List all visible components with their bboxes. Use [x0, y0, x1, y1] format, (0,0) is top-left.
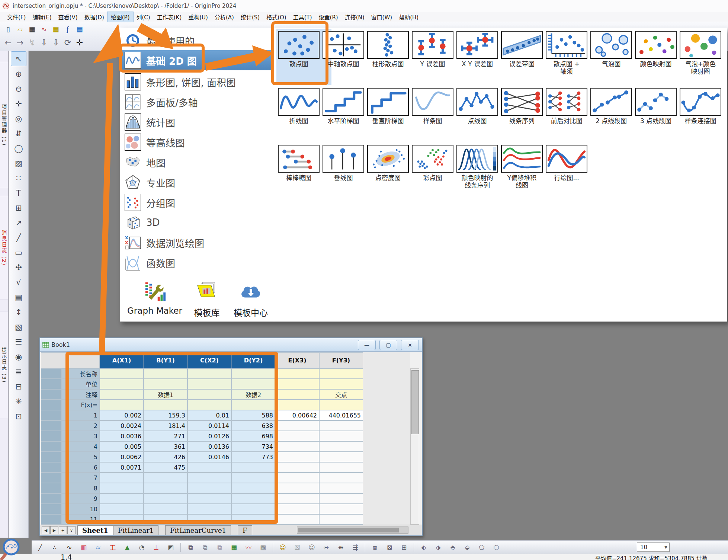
data-cell[interactable]	[100, 493, 144, 504]
row-number[interactable]: 9	[61, 493, 100, 504]
data-cell[interactable]	[187, 483, 231, 493]
row-gutter[interactable]	[41, 462, 61, 473]
row-number[interactable]: 11	[61, 514, 100, 525]
row-number[interactable]: 6	[61, 462, 100, 473]
label-cell[interactable]	[100, 368, 144, 379]
gallery-item-v-step[interactable]: 垂直阶梯图	[366, 88, 410, 125]
pointer-icon[interactable]: ↖	[11, 51, 26, 66]
area-plot-icon[interactable]: ▲	[122, 543, 132, 552]
column-header-E(X3)[interactable]: E(X3)	[275, 352, 319, 368]
gallery-item-segment-2pt[interactable]: 2 点线段图	[590, 88, 633, 125]
forward-icon[interactable]: →	[15, 37, 25, 48]
data-cell[interactable]: 361	[144, 441, 187, 452]
label-cell[interactable]	[100, 400, 144, 410]
row-gutter[interactable]	[41, 379, 61, 389]
gallery-item-scatter[interactable]: 散点图	[277, 31, 320, 68]
new-workbook-icon[interactable]: ▦	[27, 24, 37, 34]
rotate-3d-icon[interactable]: ▧	[11, 320, 26, 334]
align-tool-icon[interactable]: ☰	[11, 335, 26, 349]
row-gutter[interactable]	[41, 441, 61, 452]
row-number[interactable]: 5	[61, 452, 100, 462]
mask-range-icon[interactable]: ▨	[11, 156, 26, 170]
data-cell[interactable]	[144, 504, 187, 514]
data-cell[interactable]	[319, 504, 363, 514]
polar-plot-icon[interactable]: ◔	[137, 543, 147, 552]
row-number[interactable]: 3	[61, 431, 100, 441]
rescale-graph-icon[interactable]: ⟳	[62, 37, 73, 48]
row-gutter[interactable]	[41, 483, 61, 493]
smiley-gray-icon[interactable]: ☺	[307, 543, 317, 552]
data-cell[interactable]	[275, 504, 319, 514]
gallery-item-spline[interactable]: 样条图	[411, 88, 454, 125]
grid-x-tool-icon[interactable]: ⊠	[385, 543, 394, 552]
stack-lines-icon[interactable]: ≣	[11, 365, 26, 379]
gallery-item-line[interactable]: 折线图	[277, 88, 320, 125]
plot-menu-item-bar-pie-area[interactable]: 条形图, 饼图, 面积图	[120, 72, 274, 92]
menu-统计(S)[interactable]: 统计(S)	[237, 12, 263, 22]
menu-绘图(P)[interactable]: 绘图(P)	[108, 12, 133, 22]
row-label-F(x)=[interactable]: F(x)=	[61, 400, 100, 410]
data-cell[interactable]	[319, 514, 363, 525]
data-cell[interactable]	[275, 462, 319, 473]
sheet-nav-1[interactable]: ▶	[50, 526, 58, 534]
gallery-item-axis-scatter[interactable]: 中轴散点图	[322, 31, 365, 68]
line-symbol-plot-icon[interactable]: ∿	[64, 543, 74, 552]
gallery-item-column-scatter[interactable]: 柱形散点图	[366, 31, 410, 68]
row-number[interactable]: 7	[61, 473, 100, 483]
import-file-icon[interactable]: ⇩	[51, 37, 61, 48]
row-gutter[interactable]	[41, 473, 61, 483]
function-plot-icon[interactable]: ƒ	[62, 24, 73, 34]
menu-编辑(E)[interactable]: 编辑(E)	[29, 12, 55, 22]
enumerate-tool-icon[interactable]: ⊡	[11, 409, 26, 423]
extract-layer-icon[interactable]: ⧉	[215, 543, 224, 552]
gallery-item-line-symbol[interactable]: 点线图	[456, 88, 499, 125]
plot-menu-item-data-browse[interactable]: xx数据浏览绘图	[120, 233, 274, 253]
data-cell[interactable]	[187, 473, 231, 483]
data-cell[interactable]: 0.0136	[187, 441, 231, 452]
data-cell[interactable]: 0.0114	[187, 420, 231, 431]
sheet-nav-2[interactable]: +	[59, 526, 67, 534]
menu-数据(D)[interactable]: 数据(D)	[81, 12, 108, 22]
data-cell[interactable]	[319, 420, 363, 431]
gallery-item-y-error[interactable]: Y 误差图	[411, 31, 454, 68]
layout-add-icon[interactable]: ⊞	[11, 201, 26, 215]
data-cell[interactable]: 426	[144, 452, 187, 462]
gallery-item-vertical-drop[interactable]: 垂线图	[322, 145, 365, 182]
extrude-c-icon[interactable]: ⬘	[448, 543, 458, 552]
data-cell[interactable]	[144, 473, 187, 483]
data-cell[interactable]: 0.00642	[275, 410, 319, 420]
data-cell[interactable]	[275, 483, 319, 493]
label-cell[interactable]	[275, 368, 319, 379]
row-gutter[interactable]	[41, 431, 61, 441]
menu-格式(O)[interactable]: 格式(O)	[263, 12, 290, 22]
row-label-注释[interactable]: 注释	[61, 389, 100, 400]
label-cell[interactable]	[187, 368, 231, 379]
pin-icon[interactable]: ✛	[74, 37, 85, 48]
screen-reader-icon[interactable]: ✛	[11, 97, 26, 111]
label-cell[interactable]	[144, 368, 187, 379]
plot-menu-template-library[interactable]: 模板库	[186, 281, 227, 319]
gallery-item-bubble-colormap[interactable]: 气泡+颜色映射图	[679, 31, 722, 75]
data-cell[interactable]	[231, 504, 275, 514]
data-cell[interactable]: 0.01	[187, 410, 231, 420]
plot-menu-item-grouped[interactable]: 分组图	[120, 192, 274, 212]
row-gutter[interactable]	[41, 400, 61, 410]
label-cell[interactable]	[187, 400, 231, 410]
zoom-level-dropdown[interactable]: 10 ▼	[637, 543, 670, 552]
column-header-B(Y1)[interactable]: B(Y1)	[144, 352, 187, 368]
label-cell[interactable]: 数据2	[231, 389, 275, 400]
data-cell[interactable]: 698	[231, 431, 275, 441]
plot-menu-item-multi-panel[interactable]: 多面板/多轴	[120, 92, 274, 112]
data-cell[interactable]	[187, 493, 231, 504]
horizontal-scrollbar-thumb[interactable]	[298, 528, 399, 532]
cube-tool-icon[interactable]: ⬡	[491, 543, 501, 552]
data-cell[interactable]	[275, 420, 319, 431]
row-gutter[interactable]	[41, 452, 61, 462]
layer-grid-icon[interactable]: ▦	[229, 543, 239, 552]
gallery-item-xy-error[interactable]: X Y 误差图	[456, 31, 499, 68]
data-cell[interactable]: 181.4	[144, 420, 187, 431]
column-header-D(Y2)[interactable]: D(Y2)	[231, 352, 275, 368]
sheet-tab-FitLinearCurve1[interactable]: FitLinearCurve1	[165, 525, 231, 535]
label-cell[interactable]	[319, 368, 363, 379]
profile-plot-icon[interactable]: 〰	[244, 543, 253, 552]
